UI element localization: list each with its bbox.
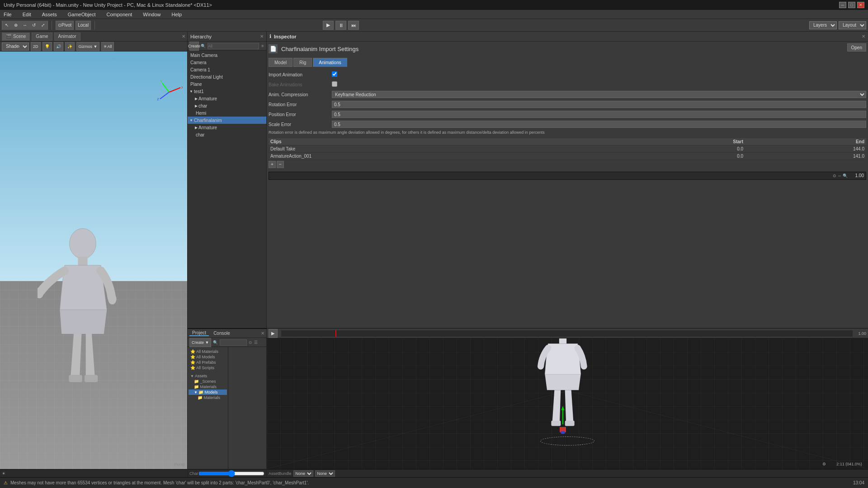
2d-button[interactable]: 2D bbox=[31, 42, 41, 51]
hierarchy-close[interactable]: ✕ bbox=[260, 34, 264, 39]
menu-gameobject[interactable]: GameObject bbox=[66, 12, 98, 17]
menu-assets[interactable]: Assets bbox=[40, 12, 59, 17]
hierarchy-search[interactable] bbox=[208, 43, 259, 49]
rotation-error-input[interactable] bbox=[332, 101, 866, 108]
move-tool[interactable]: ↔ bbox=[20, 21, 29, 30]
tab-project[interactable]: Project bbox=[189, 330, 209, 336]
inspector-close[interactable]: ✕ bbox=[862, 34, 865, 39]
project-zoom-slider[interactable] bbox=[198, 472, 264, 475]
list-item[interactable]: Hemi bbox=[188, 109, 266, 117]
tab-scene[interactable]: 🎬 Scene bbox=[2, 33, 30, 41]
scale-tool[interactable]: ⤢ bbox=[38, 21, 47, 30]
audio-button[interactable]: 🔊 bbox=[54, 42, 63, 51]
tab-model[interactable]: Model bbox=[269, 58, 292, 67]
light-button[interactable]: 💡 bbox=[42, 42, 52, 51]
taskbar-time: 13:04 bbox=[853, 480, 864, 485]
tab-game[interactable]: Game bbox=[32, 33, 52, 41]
layers-select[interactable]: Layers bbox=[809, 21, 837, 29]
local-button[interactable]: Local bbox=[75, 21, 91, 30]
rotate-tool[interactable]: ↺ bbox=[29, 21, 38, 30]
tab-console[interactable]: Console bbox=[211, 331, 233, 336]
scene-subtitle: ☀ bbox=[0, 469, 187, 477]
tab-animations[interactable]: Animations bbox=[313, 58, 347, 67]
list-item[interactable]: ▶char bbox=[188, 102, 266, 109]
add-clip-button[interactable]: + bbox=[269, 161, 276, 168]
list-item[interactable]: ▶Armature bbox=[188, 124, 266, 131]
scale-error-input[interactable] bbox=[332, 121, 866, 128]
translate-tool[interactable]: ⊕ bbox=[11, 21, 20, 30]
list-item[interactable]: Main Camera bbox=[188, 52, 266, 59]
position-error-row: Position Error bbox=[269, 110, 866, 118]
scene-panel-close[interactable]: ✕ bbox=[182, 34, 185, 39]
project-close[interactable]: ✕ bbox=[261, 331, 264, 336]
effects-button[interactable]: ✨ bbox=[65, 42, 75, 51]
anim-timeline-track[interactable] bbox=[281, 330, 853, 337]
list-item[interactable]: char bbox=[188, 131, 266, 138]
shaded-select[interactable]: Shaded bbox=[2, 42, 29, 51]
asset-item-scenes[interactable]: 📁 _Scenes bbox=[189, 379, 227, 384]
all-label[interactable]: ✳All bbox=[101, 42, 114, 51]
open-button[interactable]: Open bbox=[847, 43, 866, 52]
inspector-note: Rotation error is defined as maximum ang… bbox=[269, 130, 866, 136]
menu-component[interactable]: Component bbox=[104, 12, 134, 17]
anim-compression-select[interactable]: Keyframe Reduction bbox=[332, 91, 866, 98]
list-item[interactable]: ▼test1 bbox=[188, 88, 266, 95]
pivot-button[interactable]: ⊙ Pivot bbox=[56, 21, 74, 30]
anim-compression-row: Anim. Compression Keyframe Reduction bbox=[269, 90, 866, 99]
select-tool[interactable]: ↖ bbox=[2, 21, 11, 30]
assets-label: Assets bbox=[195, 374, 207, 378]
fav-item[interactable]: ⭐ All Materials bbox=[189, 349, 227, 354]
project-search[interactable] bbox=[220, 339, 247, 346]
tab-rig[interactable]: Rig bbox=[293, 58, 312, 67]
tab-animator[interactable]: Animator bbox=[54, 33, 80, 41]
svg-text:Y: Y bbox=[160, 79, 163, 83]
step-button[interactable]: ⏭ bbox=[348, 21, 359, 30]
hierarchy-all-label: ✳ bbox=[261, 44, 264, 48]
project-panel: Project Console ✕ Create ▼ 🔍 ⊙ ☰ ⭐ All M bbox=[188, 328, 267, 477]
gizmos-button[interactable]: Gizmos ▼ bbox=[76, 42, 100, 51]
fav-item[interactable]: ⭐ All Prefabs bbox=[189, 360, 227, 365]
maximize-button[interactable]: □ bbox=[848, 2, 855, 8]
pause-button[interactable]: ⏸ bbox=[335, 21, 346, 30]
table-row[interactable]: Default Take 0.0 144.0 bbox=[269, 145, 866, 152]
scene-icon: 🎬 bbox=[6, 34, 11, 39]
list-item[interactable]: Camera bbox=[188, 59, 266, 66]
bake-animations-checkbox[interactable] bbox=[332, 81, 337, 87]
close-button[interactable]: ✕ bbox=[857, 2, 864, 8]
fav-item[interactable]: ⭐ All Models bbox=[189, 354, 227, 360]
anim-play-button[interactable]: ▶ bbox=[269, 329, 278, 338]
play-button[interactable]: ▶ bbox=[323, 21, 334, 30]
layout-select[interactable]: Layout bbox=[839, 21, 866, 29]
asset-bundle-variant[interactable]: None bbox=[315, 470, 335, 477]
menu-edit[interactable]: Edit bbox=[21, 12, 33, 17]
project-create-btn[interactable]: Create ▼ bbox=[189, 338, 211, 347]
asset-item-models[interactable]: ▼ 📁 Models bbox=[189, 389, 227, 395]
hierarchy-create-btn[interactable]: Create bbox=[189, 42, 199, 51]
anim-3d-view: 2:11 (041.0%) ⚙ bbox=[267, 338, 868, 469]
asset-item-materials[interactable]: 📁 Materials bbox=[189, 384, 227, 389]
minimize-button[interactable]: ─ bbox=[839, 2, 846, 8]
list-item[interactable]: Directional Light bbox=[188, 73, 266, 80]
table-row[interactable]: ArmatureAction_001 0.0 141.0 bbox=[269, 152, 866, 160]
fav-item[interactable]: ⭐ All Scripts bbox=[189, 365, 227, 371]
asset-item-materials2[interactable]: 📁 Materials bbox=[189, 395, 227, 400]
inspector-icon: ℹ bbox=[269, 33, 271, 39]
list-item-charfinalanim[interactable]: ▼Charfinalanim bbox=[188, 117, 266, 124]
list-item[interactable]: ▶Armature bbox=[188, 95, 266, 102]
list-item[interactable]: Plane bbox=[188, 80, 266, 88]
list-item[interactable]: Camera 1 bbox=[188, 66, 266, 73]
anim-grid bbox=[267, 338, 868, 469]
menu-bar: File Edit Assets GameObject Component Wi… bbox=[0, 10, 868, 19]
title-text: Unity Personal (64bit) - Main.unity - Ne… bbox=[4, 2, 212, 8]
menu-window[interactable]: Window bbox=[141, 12, 162, 17]
character-svg bbox=[38, 225, 128, 406]
svg-point-4 bbox=[108, 294, 117, 305]
remove-clip-button[interactable]: − bbox=[277, 161, 284, 168]
menu-help[interactable]: Help bbox=[170, 12, 184, 17]
asset-item-assets[interactable]: ▼ Assets bbox=[189, 373, 227, 379]
anim-timeline-end: 1.00 bbox=[858, 331, 866, 336]
import-animation-checkbox[interactable] bbox=[332, 71, 337, 77]
asset-bundle-select[interactable]: None bbox=[293, 470, 313, 477]
position-error-input[interactable] bbox=[332, 111, 866, 118]
menu-file[interactable]: File bbox=[2, 12, 14, 17]
